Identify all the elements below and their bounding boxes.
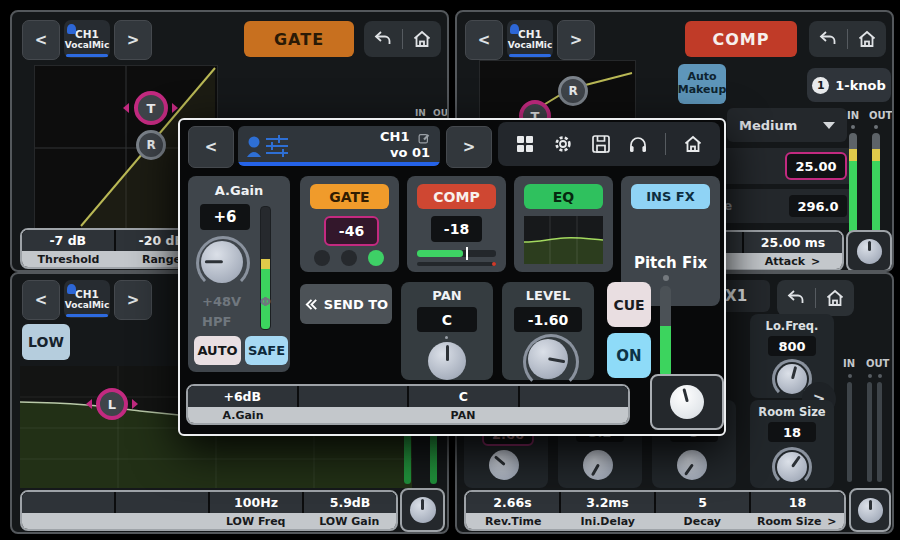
roomsize-knob[interactable] — [777, 452, 807, 482]
gain-auto-button[interactable]: AUTO — [194, 336, 241, 365]
roomsize-bar-label[interactable]: Room Size> — [750, 513, 845, 529]
comp-type-dropdown[interactable]: Medium — [727, 108, 847, 142]
level-value[interactable]: -1.60 — [514, 307, 582, 332]
roomsize-bar-value[interactable]: 18 — [751, 492, 844, 513]
revtime-knob[interactable] — [489, 450, 519, 480]
comp-param1-value[interactable]: 25.00 — [785, 152, 847, 180]
gate-pill[interactable]: GATE — [310, 184, 389, 209]
again-knob[interactable] — [201, 241, 243, 283]
eq-channel-select-button[interactable]: CH1 VocalMic — [64, 280, 110, 318]
home-icon[interactable] — [824, 287, 846, 309]
chevron-left-icon: < — [35, 31, 48, 49]
send-to-button[interactable]: SEND TO — [300, 284, 392, 324]
level-knob[interactable] — [528, 339, 568, 379]
auto-makeup-button[interactable]: Auto Makeup — [678, 64, 726, 104]
pan-label: PAN — [401, 288, 493, 303]
comp-header-icons — [809, 21, 886, 57]
eq-pill[interactable]: EQ — [524, 184, 603, 209]
param-value[interactable] — [299, 386, 408, 407]
save-icon[interactable] — [590, 133, 612, 155]
overlay-comp-card[interactable]: COMP -18 — [407, 176, 506, 272]
again-bar-value[interactable]: +6dB — [188, 386, 297, 407]
fx-touch-knob-button[interactable] — [849, 488, 891, 532]
roomsize-label: Room Size — [750, 405, 834, 419]
gate-threshold-value[interactable]: -46 — [324, 216, 379, 246]
eq-prev-channel-button[interactable]: < — [22, 280, 60, 320]
gate-prev-channel-button[interactable]: < — [22, 20, 60, 60]
low-gain-label: LOW Gain — [303, 513, 397, 529]
chevron-right-icon: > — [570, 31, 583, 49]
comp-threshold-value[interactable]: -18 — [431, 216, 482, 242]
gate-next-channel-button[interactable]: > — [114, 20, 152, 60]
low-gain-value[interactable]: 5.9dB — [304, 492, 396, 513]
meter-peak-dot — [874, 125, 878, 129]
one-knob-button[interactable]: 1 1-knob — [807, 68, 891, 102]
comp-next-channel-button[interactable]: > — [557, 20, 595, 60]
gear-icon[interactable] — [552, 133, 574, 155]
overlay-channel-name-button[interactable]: CH1 vo 01 — [238, 126, 440, 166]
phase-icon[interactable]: Φ — [260, 294, 271, 309]
low-band-button[interactable]: LOW — [22, 324, 70, 360]
overlay-next-channel-button[interactable]: > — [446, 126, 492, 168]
pan-bar-value[interactable]: C — [409, 386, 518, 407]
revtime-value[interactable]: 2.66s — [466, 492, 559, 513]
channel-name: VocalMic — [65, 40, 110, 50]
threshold-value[interactable]: -7 dB — [22, 230, 114, 251]
param-value[interactable] — [22, 492, 114, 513]
comp-prev-channel-button[interactable]: < — [465, 20, 503, 60]
low-band-node[interactable]: L — [96, 388, 128, 420]
cue-button[interactable]: CUE — [607, 282, 651, 327]
low-freq-value[interactable]: 100Hz — [210, 492, 302, 513]
undo-icon[interactable] — [372, 28, 394, 50]
comp-pill[interactable]: COMP — [417, 184, 496, 209]
undo-icon[interactable] — [817, 28, 839, 50]
overlay-prev-channel-button[interactable]: < — [188, 126, 234, 168]
comp-ratio-node[interactable]: R — [558, 76, 588, 106]
decay-knob[interactable] — [677, 450, 707, 480]
home-icon[interactable] — [411, 28, 433, 50]
threshold-label: Threshold — [22, 251, 115, 267]
undo-icon[interactable] — [785, 287, 807, 309]
again-value[interactable]: +6 — [200, 204, 250, 230]
overlay-eq-card[interactable]: EQ — [514, 176, 613, 272]
overlay-touch-knob-button[interactable] — [650, 374, 724, 430]
eq-touch-knob-button[interactable] — [400, 488, 445, 532]
comp-title-button[interactable]: COMP — [685, 21, 797, 57]
gate-channel-select-button[interactable]: CH1 VocalMic — [64, 20, 110, 58]
comp-param2-value[interactable]: 296.0 — [789, 195, 847, 217]
headphones-icon[interactable] — [627, 133, 649, 155]
home-icon[interactable] — [856, 28, 878, 50]
level-card: LEVEL -1.60 — [502, 282, 594, 380]
inidelay-value[interactable]: 3.2ms — [561, 492, 654, 513]
lofreq-knob[interactable] — [777, 364, 807, 394]
comp-touch-knob-button[interactable] — [846, 230, 892, 272]
gain-safe-button[interactable]: SAFE — [245, 336, 288, 365]
attack-label[interactable]: Attack> — [743, 253, 842, 269]
pan-value[interactable]: C — [417, 307, 477, 332]
gate-title-button[interactable]: GATE — [244, 21, 354, 57]
channel-level-meter — [660, 286, 671, 378]
decay-value[interactable]: 5 — [656, 492, 749, 513]
chevron-right-icon: > — [811, 255, 820, 268]
chevron-right-icon: > — [127, 31, 140, 49]
comp-channel-select-button[interactable]: CH1 VocalMic — [507, 20, 553, 58]
grid-menu-icon[interactable] — [514, 133, 536, 155]
phantom-48v-label[interactable]: +48V — [202, 294, 241, 309]
chevron-left-icon: < — [478, 31, 491, 49]
range-node[interactable]: R — [136, 130, 166, 160]
eq-next-channel-button[interactable]: > — [114, 280, 152, 320]
pan-knob[interactable] — [428, 342, 466, 380]
param-value[interactable] — [116, 492, 208, 513]
threshold-node[interactable]: T — [134, 91, 168, 125]
inidelay-knob[interactable] — [583, 450, 613, 480]
overlay-gate-card[interactable]: GATE -46 — [300, 176, 399, 272]
input-level-meter — [849, 133, 857, 241]
lofreq-value[interactable]: 800 — [768, 336, 816, 356]
hpf-label[interactable]: HPF — [202, 314, 231, 329]
on-button[interactable]: ON — [607, 333, 651, 378]
param-value[interactable] — [520, 386, 629, 407]
roomsize-value[interactable]: 18 — [768, 422, 816, 442]
home-icon[interactable] — [682, 133, 704, 155]
attack-value[interactable]: 25.00 ms — [744, 232, 842, 253]
insfx-pill[interactable]: INS FX — [631, 184, 710, 209]
